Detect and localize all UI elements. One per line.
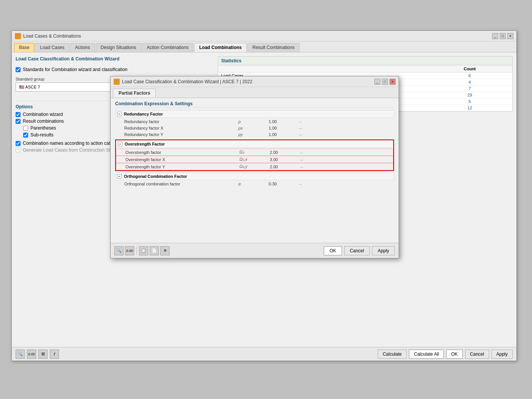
modal-ok-button[interactable]: OK	[324, 246, 342, 255]
redundancy-factor-row-2[interactable]: Redundancy factor X ρx 1.00 --	[115, 125, 394, 131]
orthogonal-factor-row-1[interactable]: Orthogonal combination factor α 0.30 --	[115, 181, 394, 187]
ocf1-symbol: α	[238, 182, 269, 186]
modal-overlay: 🔧 Load Case Classification & Combination…	[0, 0, 532, 399]
ocf1-name: Orthogonal combination factor	[124, 182, 238, 186]
redundancy-factor-row-3[interactable]: Redundancy factor Y ρy 1.00 --	[115, 131, 394, 138]
of1-value: 2.00	[270, 150, 300, 155]
redundancy-group-header: − Redundancy Factor	[115, 110, 394, 118]
rf3-value: 1.00	[269, 132, 299, 137]
of2-value: 3.00	[270, 157, 300, 162]
modal-title-bar: 🔧 Load Case Classification & Combination…	[111, 76, 399, 87]
orthogonal-factor-group: − Orthogonal Combination Factor Orthogon…	[115, 173, 394, 187]
modal-cancel-button[interactable]: Cancel	[344, 246, 370, 255]
modal-bottom-right-buttons: OK Cancel Apply	[324, 246, 395, 255]
overstrength-factor-row-1[interactable]: Overstrength factor Ω₀ 2.00 --	[116, 149, 393, 156]
overstrength-group-header: − Overstrength Factor	[116, 140, 393, 148]
orthogonal-group-label: Orthogonal Combination Factor	[124, 174, 187, 179]
of3-value: 2.00	[270, 165, 300, 169]
of3-symbol: Ω₀,y	[239, 164, 270, 169]
rf2-symbol: ρx	[238, 126, 269, 130]
modal-apply-button[interactable]: Apply	[372, 246, 395, 255]
of2-name: Overstrength factor X	[125, 157, 239, 162]
redundancy-factor-group: − Redundancy Factor Redundancy factor ρ …	[115, 110, 394, 138]
redundancy-group-label: Redundancy Factor	[124, 112, 163, 116]
modal-search-icon[interactable]: 🔍	[114, 246, 124, 255]
of3-name: Overstrength factor Y	[125, 165, 239, 169]
redundancy-collapse-icon[interactable]: −	[117, 112, 122, 116]
of1-unit: --	[300, 150, 315, 155]
modal-copy-icon[interactable]: 📋	[139, 246, 148, 255]
rf1-name: Redundancy factor	[124, 119, 238, 124]
overstrength-collapse-icon[interactable]: −	[118, 142, 122, 146]
rf2-name: Redundancy factor X	[124, 126, 238, 130]
modal-separator-1	[136, 247, 137, 255]
orthogonal-group-header: − Orthogonal Combination Factor	[115, 173, 394, 180]
rf2-unit: --	[299, 126, 314, 130]
modal-section-title: Combination Expression & Settings	[115, 101, 394, 108]
modal-window-title: Load Case Classification & Combination W…	[122, 79, 252, 84]
modal-bottom-left-icons: 🔍 0.00 📋 📄 ✕	[114, 246, 169, 255]
modal-app-icon: 🔧	[114, 79, 120, 85]
modal-title-left: 🔧 Load Case Classification & Combination…	[114, 79, 252, 85]
orthogonal-collapse-icon[interactable]: −	[117, 174, 122, 179]
rf2-value: 1.00	[269, 126, 299, 130]
of1-symbol: Ω₀	[239, 150, 270, 155]
ocf1-unit: --	[299, 182, 314, 186]
redundancy-factor-row-1[interactable]: Redundancy factor ρ 1.00 --	[115, 119, 394, 125]
modal-tab-partial-factors[interactable]: Partial Factors	[113, 89, 156, 98]
modal-close-button[interactable]: ×	[390, 79, 396, 85]
rf1-value: 1.00	[269, 119, 299, 124]
overstrength-factor-row-3[interactable]: Overstrength factor Y Ω₀,y 2.00 --	[116, 163, 393, 170]
modal-maximize-button[interactable]: □	[382, 79, 388, 85]
of2-unit: --	[300, 157, 315, 162]
modal-bottom-toolbar: 🔍 0.00 📋 📄 ✕ OK Cancel Apply	[111, 243, 399, 258]
ocf1-value: 0.30	[269, 182, 299, 186]
of3-unit: --	[300, 165, 315, 169]
modal-tab-bar: Partial Factors	[111, 87, 399, 98]
modal-content: Combination Expression & Settings − Redu…	[111, 98, 399, 242]
rf1-symbol: ρ	[238, 119, 269, 124]
rf3-name: Redundancy factor Y	[124, 132, 238, 137]
rf3-unit: --	[299, 132, 314, 137]
overstrength-factor-group: − Overstrength Factor Overstrength facto…	[115, 139, 394, 171]
modal-window-controls: _ □ ×	[374, 79, 396, 85]
modal-paste-icon[interactable]: 📄	[150, 246, 159, 255]
modal-zero-icon[interactable]: 0.00	[125, 246, 134, 255]
overstrength-factor-row-2[interactable]: Overstrength factor X Ω₀,x 3.00 --	[116, 156, 393, 163]
rf3-symbol: ρy	[238, 132, 269, 137]
of2-symbol: Ω₀,x	[239, 157, 270, 162]
modal-window: 🔧 Load Case Classification & Combination…	[110, 76, 399, 258]
rf1-unit: --	[299, 119, 314, 124]
overstrength-group-label: Overstrength Factor	[125, 142, 165, 146]
modal-delete-icon[interactable]: ✕	[160, 246, 169, 255]
of1-name: Overstrength factor	[125, 150, 239, 155]
modal-minimize-button[interactable]: _	[374, 79, 380, 85]
